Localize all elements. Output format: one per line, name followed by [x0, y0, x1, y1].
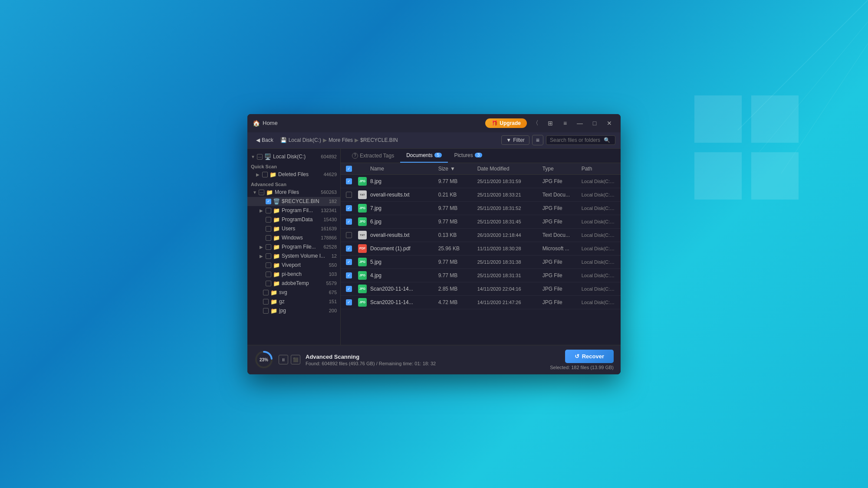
row-checkbox-9[interactable]: [346, 299, 352, 305]
header-checkbox[interactable]: [346, 166, 352, 172]
breadcrumb-part2[interactable]: More Files: [329, 137, 353, 143]
row-date-1: 25/11/2020 18:33:21: [477, 192, 542, 197]
close-button[interactable]: ✕: [603, 117, 615, 129]
minimize-button[interactable]: —: [574, 117, 586, 129]
recover-icon: ↺: [575, 353, 579, 360]
row-check-9[interactable]: [346, 299, 358, 305]
quick-scan-label: Quick Scan: [247, 161, 340, 170]
row-type-2: JPG File: [542, 205, 582, 211]
folder-icon-deleted: 📁: [270, 171, 276, 178]
checkbox-at[interactable]: [266, 281, 271, 286]
checkbox-pb[interactable]: [266, 272, 271, 277]
row-checkbox-5[interactable]: [346, 246, 352, 252]
table-row: JPG 7.jpg 9.77 MB 25/11/2020 18:31:52 JP…: [341, 202, 621, 215]
row-check-3[interactable]: [346, 219, 358, 225]
sidebar-users-count: 161639: [321, 226, 337, 231]
sidebar-item-jpg[interactable]: 📁 jpg 200: [247, 306, 340, 315]
th-name[interactable]: Name: [370, 166, 438, 172]
th-type[interactable]: Type: [542, 166, 582, 172]
sidebar-gz-count: 151: [329, 299, 337, 304]
sidebar-item-program-files[interactable]: ▶ 📁 Program Fil... 132341: [247, 206, 340, 215]
upgrade-button[interactable]: 🎁 Upgrade: [485, 118, 527, 128]
th-size[interactable]: Size ▼: [438, 166, 477, 172]
tab-pictures-label: Pictures: [454, 152, 473, 158]
stop-button[interactable]: ⬛: [291, 355, 300, 364]
row-type-5: Microsoft ...: [542, 246, 582, 252]
breadcrumb-part3[interactable]: $RECYCLE.BIN: [360, 137, 398, 143]
checkbox-pd[interactable]: [266, 217, 271, 223]
sidebar-item-recycle[interactable]: 🗑️ $RECYCLE.BIN 182: [247, 197, 340, 206]
sidebar-root-label: Local Disk(C:): [273, 154, 306, 160]
checkbox-gz[interactable]: [263, 299, 269, 305]
row-check-2[interactable]: [346, 205, 358, 211]
title-bar: 🏠 Home 🎁 Upgrade 〈 ⊞ ≡ — □ ✕: [247, 114, 621, 132]
row-check-6[interactable]: [346, 259, 358, 265]
search-input[interactable]: [550, 137, 602, 143]
checkbox-deleted[interactable]: [262, 172, 268, 177]
tab-documents[interactable]: Documents 5: [400, 149, 448, 163]
sidebar-item-program-files2[interactable]: ▶ 📁 Program File... 62528: [247, 242, 340, 252]
checkbox-pf[interactable]: [266, 208, 271, 213]
sidebar-item-programdata[interactable]: 📁 ProgramData 15430: [247, 215, 340, 224]
sidebar-item-users[interactable]: 📁 Users 161639: [247, 224, 340, 233]
maximize-button[interactable]: □: [589, 117, 601, 129]
row-name-6: 5.jpg: [370, 259, 438, 265]
view-menu-button[interactable]: ≡: [532, 135, 543, 145]
sidebar-item-windows[interactable]: 📁 Windows 178866: [247, 233, 340, 242]
sidebar-sv-label: System Volume I...: [282, 253, 325, 259]
back-button[interactable]: ◀ Back: [253, 135, 277, 145]
upgrade-icon: 🎁: [491, 120, 498, 126]
tab-pictures[interactable]: Pictures 3: [448, 149, 488, 163]
checkbox-users[interactable]: [266, 226, 271, 232]
tab-extracted-tags[interactable]: ? Extracted Tags: [346, 149, 400, 162]
checkbox-jpg[interactable]: [263, 308, 269, 314]
row-checkbox-1[interactable]: [346, 192, 352, 198]
row-check-4[interactable]: [346, 232, 358, 238]
row-checkbox-2[interactable]: [346, 205, 352, 211]
filter-button[interactable]: ▼ Filter: [501, 135, 529, 145]
checkbox-sv[interactable]: [266, 253, 271, 259]
row-check-1[interactable]: [346, 192, 358, 198]
row-name-5: Document (1).pdf: [370, 246, 438, 252]
breadcrumb-part1[interactable]: Local Disk(C:): [289, 137, 321, 143]
row-checkbox-3[interactable]: [346, 219, 352, 225]
checkbox-more-files[interactable]: [259, 190, 264, 195]
checkbox-root[interactable]: [257, 154, 263, 160]
breadcrumb-sep1: ▶: [323, 137, 327, 143]
th-checkbox[interactable]: [346, 166, 358, 172]
sidebar-item-sysvolume[interactable]: ▶ 📁 System Volume I... 12: [247, 252, 340, 261]
row-checkbox-0[interactable]: [346, 178, 352, 184]
sidebar-item-adobe[interactable]: 📁 adobeTemp 5579: [247, 279, 340, 288]
sidebar-item-pibench[interactable]: 📁 pi-bench 103: [247, 270, 340, 279]
row-check-7[interactable]: [346, 272, 358, 278]
sidebar-item-viveport[interactable]: 📁 Viveport 550: [247, 261, 340, 270]
row-checkbox-7[interactable]: [346, 272, 352, 278]
recover-button[interactable]: ↺ Recover: [565, 350, 614, 363]
table-row: JPG 4.jpg 9.77 MB 25/11/2020 18:31:31 JP…: [341, 269, 621, 282]
bookmark-button[interactable]: ⊞: [544, 117, 556, 129]
sidebar-item-root[interactable]: ▼ 🖥️ Local Disk(C:) 604892: [247, 152, 340, 161]
sidebar-item-gz[interactable]: 📁 gz 151: [247, 297, 340, 306]
row-checkbox-8[interactable]: [346, 286, 352, 292]
checkbox-pf2[interactable]: [266, 244, 271, 250]
row-check-0[interactable]: [346, 178, 358, 184]
checkbox-recycle[interactable]: [266, 199, 271, 204]
th-path[interactable]: Path: [582, 166, 615, 172]
checkbox-windows[interactable]: [266, 235, 271, 241]
sidebar-item-svg[interactable]: 📁 svg 675: [247, 288, 340, 297]
sidebar-item-deleted-files[interactable]: ▶ 📁 Deleted Files 44629: [247, 170, 340, 179]
th-date[interactable]: Date Modified: [477, 166, 542, 172]
pause-button[interactable]: ⏸: [279, 355, 288, 364]
row-checkbox-6[interactable]: [346, 259, 352, 265]
options-button[interactable]: ≡: [559, 117, 571, 129]
share-button[interactable]: 〈: [529, 117, 542, 129]
sidebar-item-more-files[interactable]: ▼ 📁 More Files 560263: [247, 188, 340, 197]
svg-rect-3: [751, 152, 799, 200]
scan-controls: ⏸ ⬛: [279, 355, 300, 364]
back-label: Back: [262, 137, 273, 143]
row-check-5[interactable]: [346, 246, 358, 252]
checkbox-vv[interactable]: [266, 262, 271, 268]
checkbox-svg[interactable]: [263, 290, 269, 295]
row-checkbox-4[interactable]: [346, 232, 352, 238]
row-check-8[interactable]: [346, 286, 358, 292]
